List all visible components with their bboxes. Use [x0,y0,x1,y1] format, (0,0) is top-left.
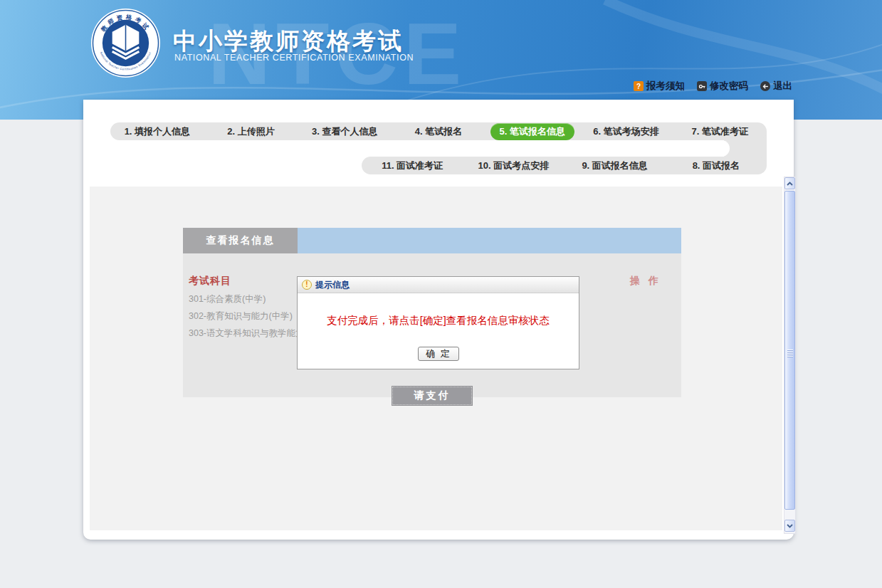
notice-link[interactable]: ? 报考须知 [634,80,685,93]
tab-label: 查看报名信息 [206,234,275,247]
operation-column-title: 操 作 [630,275,661,288]
pay-button[interactable]: 请支付 [392,387,472,405]
logout-icon [760,81,770,91]
key-icon [697,81,707,91]
vertical-scrollbar[interactable] [784,177,796,534]
steps-row-interview: 11. 面试准考证 10. 面试考点安排 9. 面试报名信息 8. 面试报名 [362,157,767,174]
dialog-message: 支付完成后，请点击[确定]查看报名信息审核状态 [298,314,579,327]
scroll-down-button[interactable] [784,520,795,532]
subject-item-301: 301-综合素质(中学) [189,293,266,305]
logout-link[interactable]: 退出 [760,80,792,93]
steps-row-written: 1. 填报个人信息 2. 上传照片 3. 查看个人信息 4. 笔试报名 5. 笔… [110,122,767,140]
step-3-view-personal-info[interactable]: 3. 查看个人信息 [298,125,392,138]
scroll-up-button[interactable] [784,177,795,189]
change-password-link[interactable]: 修改密码 [697,80,748,93]
step-label: 11. 面试准考证 [382,160,443,171]
page: NTCE 教师资格考试 National Teacher Certificati… [0,0,882,588]
info-icon: ! [302,280,312,290]
step-6-exam-room-arrangement[interactable]: 6. 笔试考场安排 [579,125,673,138]
step-label: 7. 笔试准考证 [691,126,747,137]
chevron-up-icon [787,182,793,186]
step-label: 1. 填报个人信息 [125,126,190,137]
step-4-written-exam-register[interactable]: 4. 笔试报名 [392,125,485,138]
step-10-interview-site[interactable]: 10. 面试考点安排 [463,159,564,172]
module-blue-bar [298,228,681,253]
step-label: 4. 笔试报名 [415,126,462,137]
step-2-upload-photo[interactable]: 2. 上传照片 [204,125,298,138]
ok-button[interactable]: 确 定 [418,347,459,361]
step-label: 8. 面试报名 [693,160,740,171]
scrollbar-thumb[interactable] [784,191,795,510]
dialog-title: 提示信息 [315,279,350,291]
notice-link-label: 报考须知 [646,80,685,93]
step-5-written-exam-info-active[interactable]: 5. 笔试报名信息 [485,123,579,140]
header-links: ? 报考须知 修改密码 [634,80,792,93]
step-9-interview-info[interactable]: 9. 面试报名信息 [565,159,666,172]
steps-gap [110,140,730,157]
active-step-pill: 5. 笔试报名信息 [490,123,574,140]
exam-subjects-title: 考试科目 [189,275,231,288]
chevron-down-icon [787,524,793,528]
step-11-interview-ticket[interactable]: 11. 面试准考证 [362,159,463,172]
dialog-header: ! 提示信息 [298,277,579,293]
scrollbar-grip [787,350,793,357]
question-icon: ? [634,81,644,91]
step-1-fill-personal-info[interactable]: 1. 填报个人信息 [110,125,204,138]
step-label: 10. 面试考点安排 [478,160,550,171]
step-7-admission-ticket[interactable]: 7. 笔试准考证 [673,125,767,138]
site-subtitle: NATIONAL TEACHER CERTIFICATION EXAMINATI… [174,53,414,63]
change-password-label: 修改密码 [710,80,748,93]
step-8-interview-register[interactable]: 8. 面试报名 [666,159,767,172]
logout-label: 退出 [773,80,792,93]
ntce-logo: 教师资格考试 National Teacher Certification Ex… [90,8,161,78]
book-icon [112,25,140,59]
step-label: 6. 笔试考场安排 [593,126,658,137]
alert-dialog: ! 提示信息 支付完成后，请点击[确定]查看报名信息审核状态 确 定 [297,276,579,369]
step-label: 2. 上传照片 [227,126,274,137]
subject-item-302: 302-教育知识与能力(中学) [189,310,293,322]
step-label: 9. 面试报名信息 [582,160,647,171]
tab-view-registration-info[interactable]: 查看报名信息 [183,228,298,253]
step-label: 3. 查看个人信息 [312,126,377,137]
